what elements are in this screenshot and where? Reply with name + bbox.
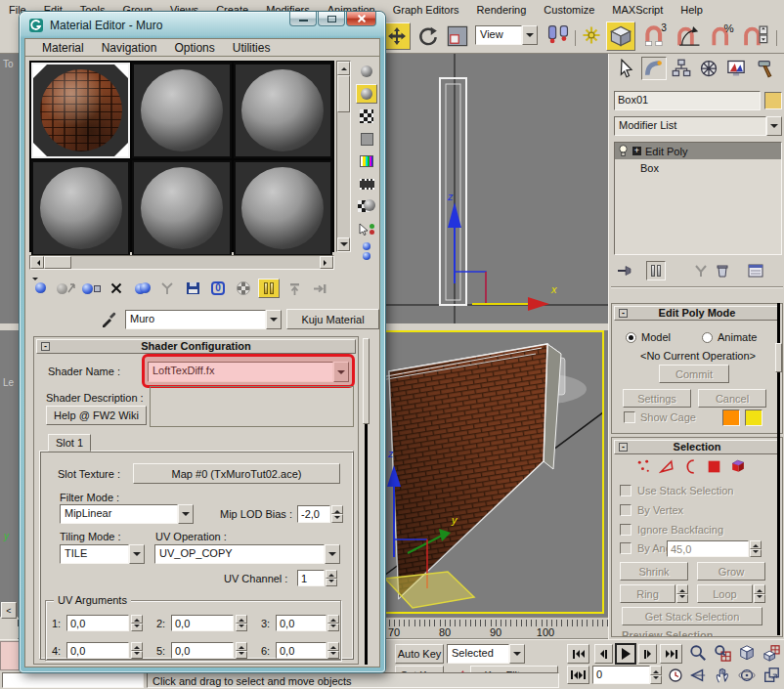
object-color-swatch[interactable] [764,92,782,109]
use-pivot-point-center-button[interactable] [545,23,571,49]
shader-configuration-header[interactable]: - Shader Configuration [36,339,356,354]
snaps-3d-toggle-button[interactable]: 3 [641,22,671,50]
make-unique-button[interactable] [691,261,711,280]
element-subobject-icon[interactable] [729,458,746,475]
border-subobject-icon[interactable] [682,458,699,475]
object-name-field[interactable]: Box01 [614,91,761,110]
tab-utilities[interactable] [753,57,778,80]
configure-modifier-sets-button[interactable] [744,261,767,280]
show-end-result-stack-button[interactable] [646,261,666,280]
scroll-down-button[interactable] [337,237,350,251]
go-forward-to-sibling-button[interactable] [309,279,330,298]
menu-help[interactable]: Help [672,2,712,18]
select-by-material-button[interactable] [356,219,377,238]
ignore-backfacing-checkbox[interactable]: Ignore Backfacing [620,524,723,536]
filter-mode-dropdown[interactable]: MipLinear [60,504,194,524]
go-to-end-button[interactable] [660,644,682,664]
collapse-icon[interactable]: - [619,309,628,318]
panel-scrollbar-thumb[interactable] [775,343,782,372]
modifier-stack[interactable]: + Edit Poly Box [614,142,782,255]
polygon-subobject-icon[interactable] [706,458,722,475]
collapse-icon[interactable]: - [41,342,50,351]
mip-lod-bias-spinner[interactable] [331,505,343,523]
radio-icon[interactable] [626,332,636,343]
put-material-to-scene-button[interactable] [55,279,76,298]
chevron-down-icon[interactable] [129,544,145,564]
scroll-left-button[interactable]: < [1,602,17,619]
tiling-mode-dropdown[interactable]: TILE [60,544,145,564]
zoom-button[interactable] [687,642,709,663]
pick-material-from-object-button[interactable] [100,309,121,330]
uv-arg-1-spinner[interactable] [131,615,143,631]
zoom-extents-button[interactable] [736,642,758,663]
grow-button[interactable]: Grow [697,562,765,581]
uv-arg-5-field[interactable]: 0,0 [171,642,234,659]
sample-slot-2[interactable] [132,63,231,158]
uv-arg-6-field[interactable]: 0,0 [276,642,327,659]
edge-subobject-icon[interactable] [659,458,675,475]
field-of-view-button[interactable] [687,665,709,685]
tab-motion[interactable] [696,57,721,80]
rollout-scrollbar-track[interactable] [365,424,368,665]
show-map-in-viewport-button[interactable] [233,279,254,298]
key-mode-toggle-button[interactable] [567,666,589,684]
uv-arg-1-field[interactable]: 0,0 [66,615,129,631]
assign-material-to-selection-button[interactable] [80,279,102,298]
auto-key-button[interactable]: Auto Key [395,644,444,664]
menu-navigation[interactable]: Navigation [93,39,166,56]
use-stack-selection-checkbox[interactable]: Use Stack Selection [620,485,733,496]
uv-channel-spinner[interactable] [326,570,337,586]
menu-material[interactable]: Material [33,39,93,56]
close-button[interactable] [346,12,376,26]
maximize-viewport-toggle-button[interactable] [761,665,782,685]
checkbox-icon[interactable] [620,524,632,536]
uv-arg-4-spinner[interactable] [131,642,143,659]
stack-row-box[interactable]: Box [615,159,781,176]
remove-modifier-button[interactable] [713,261,732,280]
backlight-button[interactable] [356,84,377,104]
next-frame-button[interactable] [638,644,657,664]
scroll-thumb[interactable] [44,256,71,269]
stack-row-edit-poly[interactable]: + Edit Poly [615,143,781,159]
select-and-manipulate-button[interactable] [581,24,602,48]
select-and-rotate-button[interactable] [414,22,442,50]
background-button[interactable] [356,107,377,126]
select-and-scale-button[interactable] [446,24,469,48]
by-vertex-checkbox[interactable]: By Vertex [620,504,683,516]
uv-arg-5-spinner[interactable] [236,642,247,659]
chevron-down-icon[interactable] [522,25,538,45]
animate-radio[interactable]: Animate [702,331,757,343]
model-radio[interactable]: Model [626,331,671,343]
get-stack-selection-button[interactable]: Get Stack Selection [622,607,762,625]
chevron-down-icon[interactable] [509,644,525,664]
rollout-scrollbar-thumb[interactable] [363,338,370,424]
show-cage-checkbox[interactable]: Show Cage [624,411,696,423]
sample-type-button[interactable] [356,62,377,81]
scroll-thumb[interactable] [337,75,350,112]
checkbox-icon[interactable] [620,542,632,554]
menu-rendering[interactable]: Rendering [468,2,536,18]
radio-icon[interactable] [702,332,713,343]
arc-rotate-button[interactable] [736,665,758,685]
sample-slot-6[interactable] [234,160,332,256]
sample-uv-tiling-button[interactable] [356,129,377,149]
material-editor-window[interactable]: Material Editor - Muro Material Navigati… [20,12,385,672]
tab-display[interactable] [723,57,749,80]
vertex-subobject-icon[interactable] [635,458,652,475]
shrink-button[interactable]: Shrink [620,562,688,581]
go-to-start-button[interactable] [567,644,589,664]
modifier-list-dropdown[interactable]: Modifier List [614,116,782,136]
sample-slot-4[interactable] [31,160,130,256]
show-end-result-button[interactable] [258,279,280,298]
chevron-down-icon[interactable] [325,544,340,564]
options-button[interactable] [356,196,377,216]
settings-button[interactable]: Settings [623,389,691,408]
wall-wireframe-front[interactable] [440,78,466,305]
loop-spinner[interactable] [754,584,765,603]
spinner-snap-toggle-button[interactable] [741,22,770,50]
tab-modify[interactable] [641,57,667,80]
lightbulb-icon[interactable] [618,145,629,157]
expand-icon[interactable]: + [632,147,641,155]
ring-button[interactable]: Ring [620,584,675,603]
slots-vertical-scrollbar[interactable] [336,61,351,252]
